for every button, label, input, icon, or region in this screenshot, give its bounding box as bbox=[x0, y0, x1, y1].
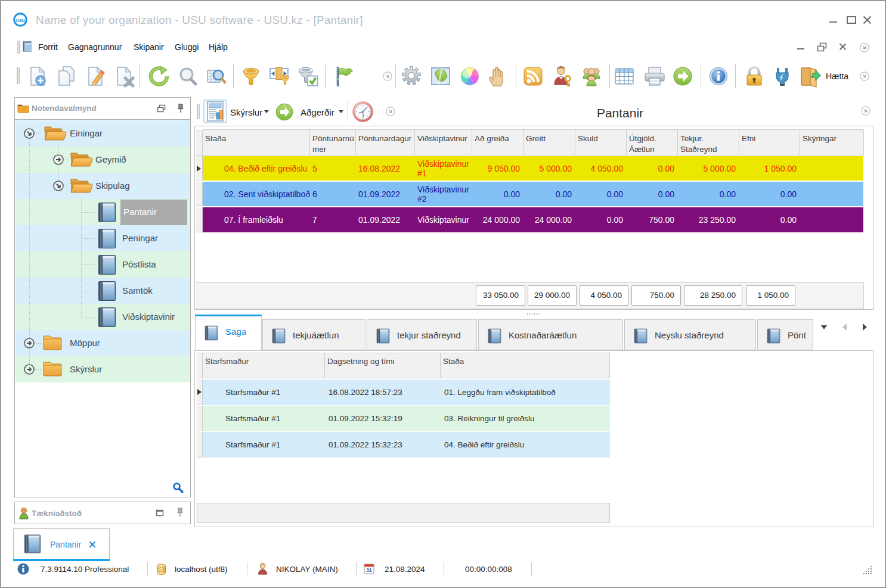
svg-text:31: 31 bbox=[366, 567, 372, 573]
svg-text:usu: usu bbox=[16, 17, 24, 23]
